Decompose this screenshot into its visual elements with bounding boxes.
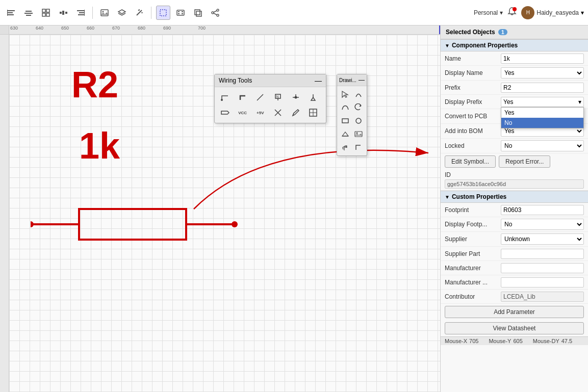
display-name-select[interactable]: Yes No — [501, 67, 584, 79]
distribute-icon[interactable] — [56, 6, 70, 20]
prop-manufacturer2-value[interactable] — [501, 277, 584, 288]
drawing-panel-close[interactable]: — — [359, 76, 365, 84]
prefix-input[interactable] — [501, 83, 584, 93]
no-connect-icon[interactable] — [306, 90, 320, 104]
svg-rect-63 — [342, 119, 348, 123]
drawing-panel-header[interactable]: Drawi... — — [337, 74, 367, 86]
view-datasheet-button[interactable]: View Datasheet — [445, 322, 584, 334]
wiring-tools-close[interactable]: — — [315, 76, 322, 85]
wand-icon[interactable] — [132, 6, 146, 20]
layers-icon[interactable] — [115, 6, 129, 20]
share-icon[interactable] — [208, 6, 222, 20]
name-input[interactable] — [501, 54, 584, 64]
prop-supplier-part-value[interactable] — [501, 249, 584, 259]
display-prefix-options: Yes No — [501, 107, 584, 128]
bezier-tool-icon[interactable] — [339, 101, 351, 114]
v5-icon[interactable]: +5V — [253, 106, 267, 120]
arc-tool-icon[interactable] — [352, 88, 365, 100]
prop-display-name-label: Display Name — [445, 69, 501, 76]
notification-bell[interactable] — [507, 7, 517, 18]
rect-tool-icon[interactable] — [339, 115, 351, 127]
svg-point-32 — [217, 9, 219, 11]
prop-locked-value[interactable]: Yes No — [501, 140, 584, 151]
pencil-icon[interactable] — [289, 106, 303, 120]
align-center-h-icon[interactable] — [21, 6, 36, 20]
display-prefix-trigger[interactable]: Yes ▾ — [501, 97, 584, 107]
mouse-dy-label: Mouse-DY — [533, 338, 559, 344]
selected-count-badge: 1 — [498, 29, 507, 35]
wiring-tools-title: Wiring Tools — [219, 77, 252, 84]
image-tool-icon[interactable] — [352, 128, 365, 140]
rotate-tool-icon[interactable] — [352, 101, 365, 114]
component-properties-section[interactable]: ▼ Component Properties — [441, 39, 588, 51]
stack-icon[interactable] — [191, 6, 205, 20]
net-flag-icon[interactable]: N — [271, 90, 285, 104]
prop-footprint-value[interactable] — [501, 205, 584, 215]
edit-symbol-button[interactable]: Edit Symbol... — [445, 155, 496, 168]
prop-display-name-value[interactable]: Yes No — [501, 67, 584, 79]
circle-tool-icon[interactable] — [352, 115, 365, 127]
hand-tool-icon[interactable] — [339, 141, 351, 153]
align-right-icon[interactable] — [73, 6, 88, 20]
section-arrow-icon: ▼ — [445, 43, 450, 48]
mouse-dy-item: Mouse-DY 47.5 — [533, 338, 572, 344]
prop-display-footprint-value[interactable]: Yes No — [501, 219, 584, 230]
canvas-area[interactable]: 630 640 650 660 670 680 690 700 R2 1k — [0, 25, 440, 392]
net-label-icon[interactable] — [218, 106, 232, 120]
wire-tool-icon[interactable] — [218, 90, 232, 104]
prop-supplier-value[interactable]: Unknown LCSC Mouser Digikey — [501, 233, 584, 245]
prop-display-prefix-value[interactable]: Yes ▾ Yes No — [501, 97, 584, 107]
corner-tool-icon[interactable] — [352, 141, 365, 153]
custom-props-arrow-icon: ▼ — [445, 194, 450, 200]
supplier-part-input[interactable] — [501, 249, 584, 259]
svg-line-36 — [214, 13, 217, 15]
supplier-select[interactable]: Unknown LCSC Mouser Digikey — [501, 233, 584, 245]
bus-tool-icon[interactable] — [236, 90, 250, 104]
align-grid-icon[interactable] — [39, 6, 53, 20]
grid-measure-icon[interactable] — [306, 106, 320, 120]
prop-prefix-value[interactable] — [501, 83, 584, 93]
svg-marker-65 — [342, 132, 348, 136]
display-prefix-dropdown[interactable]: Yes ▾ Yes No — [501, 97, 584, 107]
align-left-icon[interactable] — [4, 6, 18, 20]
display-footprint-select[interactable]: Yes No — [501, 219, 584, 230]
prop-name-label: Name — [445, 55, 501, 62]
prop-manufacturer-value[interactable] — [501, 263, 584, 273]
wiring-tools-panel: Wiring Tools — N — [214, 74, 326, 123]
cursor-tool-icon[interactable] — [339, 88, 351, 100]
prop-name-value[interactable] — [501, 54, 584, 64]
rect-selection-icon[interactable] — [156, 6, 170, 20]
manufacturer2-input[interactable] — [501, 277, 584, 288]
personal-dropdown[interactable]: Personal ▾ — [474, 9, 503, 16]
film-icon[interactable] — [173, 6, 188, 20]
vcc-icon[interactable]: VCC — [236, 106, 250, 120]
svg-rect-4 — [25, 11, 32, 12]
custom-properties-section[interactable]: ▼ Custom Properties — [441, 191, 588, 203]
wiring-tools-header[interactable]: Wiring Tools — — [215, 74, 326, 87]
svg-marker-54 — [221, 111, 229, 114]
id-row: ID — [441, 170, 588, 191]
user-profile[interactable]: H Haidy_easyeda ▾ — [521, 6, 584, 19]
image-icon[interactable] — [97, 6, 112, 20]
component-label-1k: 1k — [79, 127, 120, 164]
prop-prefix-label: Prefix — [445, 84, 501, 91]
svg-rect-3 — [7, 10, 8, 16]
report-error-button[interactable]: Report Error... — [499, 155, 550, 168]
junction-icon[interactable] — [289, 90, 303, 104]
svg-rect-25 — [177, 10, 184, 15]
line-tool-icon[interactable] — [253, 90, 267, 104]
prop-display-prefix-row: Display Prefix Yes ▾ Yes No — [441, 95, 588, 109]
main-layout: 630 640 650 660 670 680 690 700 R2 1k — [0, 25, 588, 392]
display-prefix-option-no[interactable]: No — [501, 118, 583, 128]
manufacturer-input[interactable] — [501, 263, 584, 273]
drawing-panel-body — [337, 86, 367, 155]
resistor-symbol[interactable] — [31, 199, 260, 260]
svg-line-20 — [137, 10, 142, 15]
display-prefix-option-yes[interactable]: Yes — [501, 108, 583, 118]
locked-select[interactable]: Yes No — [501, 140, 584, 151]
footprint-input[interactable] — [501, 205, 584, 215]
svg-rect-28 — [178, 13, 180, 14]
cross-icon[interactable] — [271, 106, 285, 120]
add-parameter-button[interactable]: Add Parameter — [445, 306, 584, 318]
flip-tool-icon[interactable] — [339, 128, 351, 140]
